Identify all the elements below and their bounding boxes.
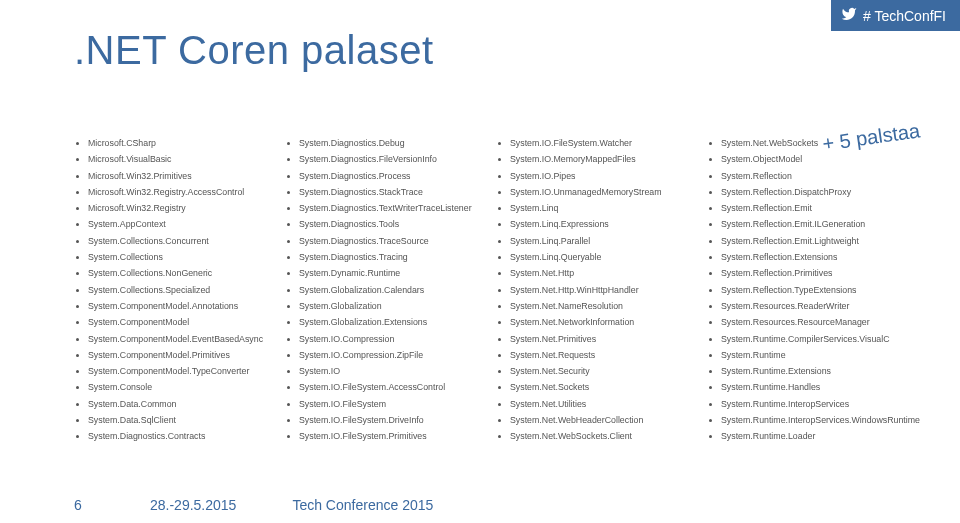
list-item: System.Net.NetworkInformation (510, 317, 689, 327)
list-item: System.Reflection.Emit.ILGeneration (721, 219, 920, 229)
list-item: System.ComponentModel.Primitives (88, 350, 267, 360)
list-item: System.Diagnostics.Process (299, 171, 478, 181)
list-item: System.Net.Http.WinHttpHandler (510, 285, 689, 295)
list-item: System.Diagnostics.TraceSource (299, 236, 478, 246)
list-item: System.Globalization.Extensions (299, 317, 478, 327)
footer: 6 28.-29.5.2015 Tech Conference 2015 (0, 497, 960, 513)
col-4: System.Net.WebSocketsSystem.ObjectModelS… (707, 138, 920, 473)
list-item: System.Reflection.TypeExtensions (721, 285, 920, 295)
list-item: System.IO.MemoryMappedFiles (510, 154, 689, 164)
list-item: System.Net.Sockets (510, 382, 689, 392)
list-item: System.Linq.Queryable (510, 252, 689, 262)
list-item: System.Net.WebHeaderCollection (510, 415, 689, 425)
list-item: System.Runtime.CompilerServices.VisualC (721, 334, 920, 344)
list-item: System.Reflection.DispatchProxy (721, 187, 920, 197)
list-item: System.IO.FileSystem.Primitives (299, 431, 478, 441)
list-item: System.Runtime.InteropServices.WindowsRu… (721, 415, 920, 425)
list-item: System.Linq.Parallel (510, 236, 689, 246)
list-item: System.Globalization.Calendars (299, 285, 478, 295)
list-item: System.Diagnostics.StackTrace (299, 187, 478, 197)
list-item: System.Globalization (299, 301, 478, 311)
list-item: System.Resources.ReaderWriter (721, 301, 920, 311)
list-item: System.Collections.Concurrent (88, 236, 267, 246)
list-item: System.Net.NameResolution (510, 301, 689, 311)
list-item: Microsoft.Win32.Registry.AccessControl (88, 187, 267, 197)
list-item: System.Diagnostics.Tracing (299, 252, 478, 262)
list-item: System.Net.Http (510, 268, 689, 278)
list-item: System.Net.WebSockets.Client (510, 431, 689, 441)
list-item: System.IO.FileSystem.DriveInfo (299, 415, 478, 425)
list-item: Microsoft.Win32.Primitives (88, 171, 267, 181)
list-item: System.Resources.ResourceManager (721, 317, 920, 327)
list-item: System.Net.Requests (510, 350, 689, 360)
list-item: System.Diagnostics.Debug (299, 138, 478, 148)
list-item: System.ComponentModel.TypeConverter (88, 366, 267, 376)
list-item: System.Reflection.Extensions (721, 252, 920, 262)
list-item: System.IO.Compression.ZipFile (299, 350, 478, 360)
list-item: System.IO.Compression (299, 334, 478, 344)
list-item: System.Data.Common (88, 399, 267, 409)
list-item: System.Dynamic.Runtime (299, 268, 478, 278)
list-item: System.Reflection.Emit.Lightweight (721, 236, 920, 246)
list-item: System.Net.WebSockets (721, 138, 920, 148)
list-item: System.Net.Primitives (510, 334, 689, 344)
list-item: System.Console (88, 382, 267, 392)
list-item: System.IO.FileSystem.AccessControl (299, 382, 478, 392)
list-item: System.Runtime.Extensions (721, 366, 920, 376)
list-item: Microsoft.CSharp (88, 138, 267, 148)
list-item: System.Diagnostics.FileVersionInfo (299, 154, 478, 164)
list-item: System.Net.Utilities (510, 399, 689, 409)
list-item: System.ComponentModel.EventBasedAsync (88, 334, 267, 344)
page-title: .NET Coren palaset (74, 28, 434, 73)
list-item: System.Runtime.Loader (721, 431, 920, 441)
list-item: System.ComponentModel (88, 317, 267, 327)
list-item: System.Runtime.Handles (721, 382, 920, 392)
footer-event: Tech Conference 2015 (292, 497, 433, 513)
list-item: System.Collections.NonGeneric (88, 268, 267, 278)
hashtag-text: # TechConfFI (863, 8, 946, 24)
list-item: System.Diagnostics.Contracts (88, 431, 267, 441)
list-item: System.Collections.Specialized (88, 285, 267, 295)
list-item: Microsoft.Win32.Registry (88, 203, 267, 213)
list-item: System.IO.FileSystem (299, 399, 478, 409)
list-item: Microsoft.VisualBasic (88, 154, 267, 164)
columns: Microsoft.CSharpMicrosoft.VisualBasicMic… (74, 138, 920, 473)
list-item: System.AppContext (88, 219, 267, 229)
list-item: System.Collections (88, 252, 267, 262)
list-item: System.Diagnostics.Tools (299, 219, 478, 229)
list-item: System.Reflection (721, 171, 920, 181)
page-number: 6 (74, 497, 94, 513)
list-item: System.Linq (510, 203, 689, 213)
col-1: Microsoft.CSharpMicrosoft.VisualBasicMic… (74, 138, 267, 473)
list-item: System.Runtime (721, 350, 920, 360)
col-2: System.Diagnostics.DebugSystem.Diagnosti… (285, 138, 478, 473)
list-item: System.IO.FileSystem.Watcher (510, 138, 689, 148)
list-item: System.ComponentModel.Annotations (88, 301, 267, 311)
col-3: System.IO.FileSystem.WatcherSystem.IO.Me… (496, 138, 689, 473)
slide: # TechConfFI .NET Coren palaset + 5 pals… (0, 0, 960, 523)
list-item: System.IO.Pipes (510, 171, 689, 181)
list-item: System.IO.UnmanagedMemoryStream (510, 187, 689, 197)
list-item: System.Reflection.Primitives (721, 268, 920, 278)
list-item: System.Data.SqlClient (88, 415, 267, 425)
list-item: System.ObjectModel (721, 154, 920, 164)
list-item: System.Runtime.InteropServices (721, 399, 920, 409)
list-item: System.Diagnostics.TextWriterTraceListen… (299, 203, 478, 213)
hashtag-bar: # TechConfFI (831, 0, 960, 31)
twitter-icon (841, 6, 857, 25)
footer-date: 28.-29.5.2015 (150, 497, 236, 513)
list-item: System.Reflection.Emit (721, 203, 920, 213)
list-item: System.Linq.Expressions (510, 219, 689, 229)
list-item: System.Net.Security (510, 366, 689, 376)
list-item: System.IO (299, 366, 478, 376)
